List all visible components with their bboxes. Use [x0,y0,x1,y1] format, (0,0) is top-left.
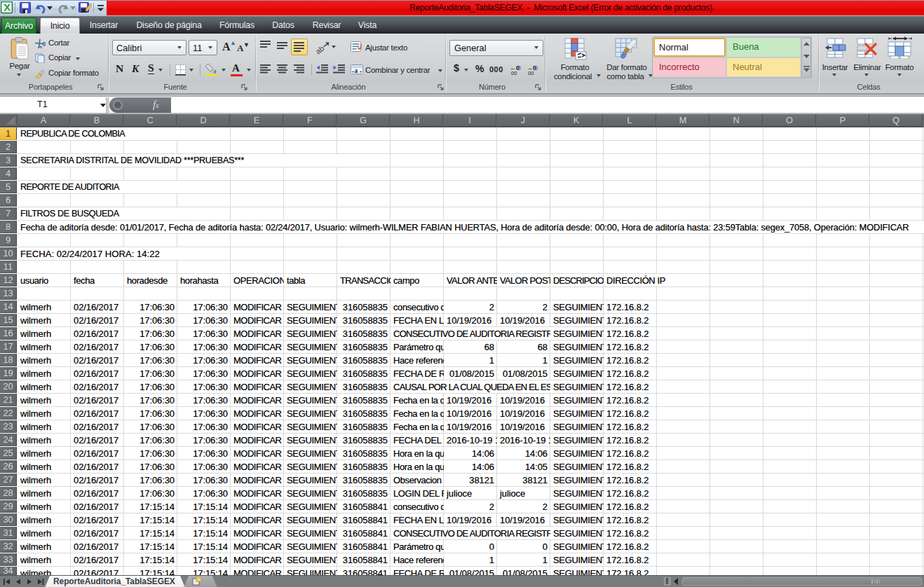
svg-text:00: 00 [528,70,534,76]
svg-text:a: a [355,67,358,74]
svg-text:00: 00 [511,70,517,76]
svg-text:0: 0 [534,64,538,71]
svg-text:ab: ab [314,43,326,55]
svg-text:0: 0 [517,64,521,71]
